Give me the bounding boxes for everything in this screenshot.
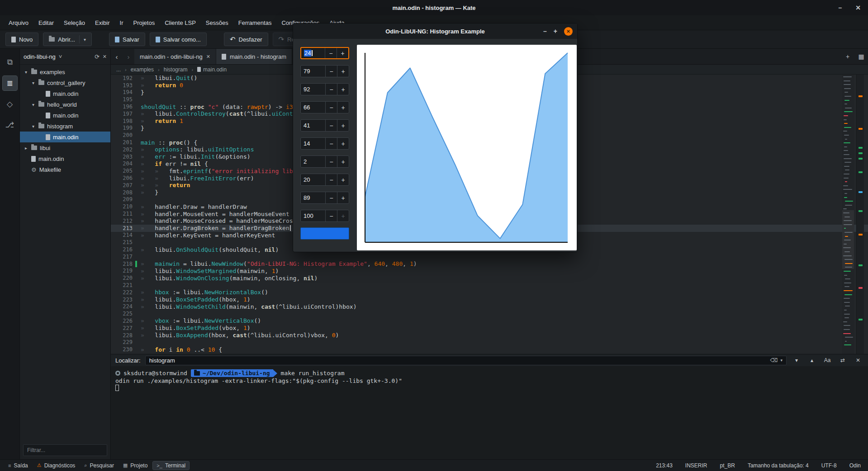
menu-item-arquivo[interactable]: Arquivo [4, 15, 33, 30]
spinbox-5[interactable]: 14−+ [300, 137, 349, 150]
spinbox-value[interactable]: 24 [301, 50, 325, 57]
spin-minus-button[interactable]: − [325, 102, 337, 113]
expander-icon[interactable]: ▾ [31, 102, 36, 107]
project-dropdown-icon[interactable]: ˅ [59, 53, 62, 60]
terminal[interactable]: sksdutra@stormwind~/Dev/odin-libui-ngmak… [111, 366, 868, 459]
tree-item-libui[interactable]: ▸libui [20, 142, 110, 153]
menu-item-cliente-lsp[interactable]: Cliente LSP [160, 15, 201, 30]
spin-minus-button[interactable]: − [325, 48, 337, 58]
minimap-viewport[interactable] [842, 210, 854, 269]
power-search-icon[interactable]: ⇄ [837, 357, 848, 363]
tab-close-icon[interactable]: ✕ [206, 54, 210, 60]
spin-minus-button[interactable]: − [325, 84, 337, 95]
spinbox-2[interactable]: 92−+ [300, 83, 349, 95]
breadcrumb-item[interactable]: ... [116, 66, 121, 73]
spin-plus-button[interactable]: + [337, 120, 349, 131]
statusbar-item-terminal[interactable]: >_Terminal [153, 462, 189, 470]
tab-main-odin-histogram[interactable]: main.odin - histogram [216, 49, 292, 64]
spinbox-9[interactable]: 100−+ [300, 210, 349, 222]
tree-item-control-gallery[interactable]: ▾control_gallery [20, 77, 110, 88]
tree-item-main-odin[interactable]: main.odin [20, 153, 110, 164]
spin-minus-button[interactable]: − [325, 174, 337, 185]
find-input[interactable]: histogram ⌫ ▾ [145, 356, 787, 365]
menu-item-editar[interactable]: Editar [33, 15, 59, 30]
statusbar-field[interactable]: Tamanho da tabulação: 4 [748, 462, 809, 469]
scrollbar-marks[interactable] [856, 75, 864, 354]
new-button[interactable]: Novo [5, 33, 38, 46]
expander-icon[interactable]: ▾ [31, 124, 36, 129]
code-line[interactable]: 223» libui.BoxSetPadded(hbox, 1) [111, 296, 868, 303]
tree-item-main-odin[interactable]: main.odin [20, 110, 110, 121]
code-line[interactable]: 222» hbox := libui.NewHorizontalBox() [111, 289, 868, 296]
spinbox-6[interactable]: 2−+ [300, 155, 349, 168]
spinbox-4[interactable]: 41−+ [300, 119, 349, 132]
menu-item-exibir[interactable]: Exibir [90, 15, 115, 30]
expander-icon[interactable]: ▸ [24, 146, 28, 151]
spinbox-value[interactable]: 92 [301, 86, 325, 93]
match-case-icon[interactable]: Aa [822, 357, 833, 363]
tree-item-examples[interactable]: ▾examples [20, 66, 110, 77]
tree-item-main-odin[interactable]: main.odin [20, 88, 110, 99]
spinbox-value[interactable]: 100 [301, 212, 325, 219]
statusbar-item-diagn-sticos[interactable]: ⚠Diagnósticos [33, 462, 79, 470]
spin-plus-button[interactable]: + [337, 156, 349, 167]
dialog-titlebar[interactable]: Odin-LibUI-NG: Histogram Example – + ✕ [293, 24, 577, 39]
panel-close-icon[interactable]: ✕ [103, 54, 107, 60]
spinbox-value[interactable]: 14 [301, 140, 325, 147]
code-line[interactable]: 221 [111, 282, 868, 289]
new-tab-icon[interactable]: + [841, 49, 854, 64]
close-icon[interactable]: ✕ [855, 4, 861, 11]
spin-minus-button[interactable]: − [325, 138, 337, 149]
spin-plus-button[interactable]: + [337, 102, 349, 113]
clear-icon[interactable]: ⌫ [770, 357, 778, 363]
git-tool-icon[interactable]: ◇ [3, 97, 17, 111]
expander-icon[interactable]: ▾ [31, 80, 36, 85]
tree-item-main-odin[interactable]: main.odin [20, 132, 110, 142]
tree-item-Makefile[interactable]: ⚙Makefile [20, 164, 110, 175]
split-view-icon[interactable]: ▦ [854, 49, 868, 64]
find-close-icon[interactable]: ✕ [853, 357, 863, 363]
code-line[interactable]: 230» for i in 0 ..< 10 { [111, 346, 868, 353]
code-line[interactable]: 218» mainwin = libui.NewWindow("Odin-Lib… [111, 260, 868, 268]
color-button[interactable] [300, 227, 349, 240]
code-line[interactable]: 228» libui.BoxAppend(hbox, cast(^libui.u… [111, 332, 868, 339]
symbols-tool-icon[interactable]: ⎇ [3, 118, 17, 132]
code-line[interactable]: 220» libui.WindowOnClosing(mainwin, onCl… [111, 274, 868, 282]
statusbar-field[interactable]: 213:43 [656, 462, 673, 469]
tab-main-odin-libui[interactable]: main.odin - odin-libui-ng ✕ [134, 49, 216, 64]
spinbox-8[interactable]: 89−+ [300, 192, 349, 204]
menu-item-projetos[interactable]: Projetos [128, 15, 160, 30]
minimap[interactable] [842, 75, 854, 354]
spin-plus-button[interactable]: + [337, 174, 349, 185]
spin-plus-button[interactable]: + [337, 138, 349, 149]
project-tree-tool-icon[interactable]: ≣ [3, 76, 17, 90]
statusbar-item-projeto[interactable]: ▦Projeto [119, 462, 151, 470]
spin-minus-button[interactable]: − [325, 156, 337, 167]
menu-item-sess-es[interactable]: Sessões [201, 15, 233, 30]
history-dropdown-icon[interactable]: ▾ [780, 358, 783, 363]
documents-tool-icon[interactable]: ⧉ [3, 55, 17, 70]
find-next-icon[interactable]: ▾ [791, 357, 802, 363]
spin-minus-button[interactable]: − [325, 192, 337, 203]
open-dropdown-icon[interactable]: ▾ [84, 37, 86, 42]
spin-plus-button[interactable]: + [337, 210, 349, 221]
spinbox-3[interactable]: 66−+ [300, 101, 349, 113]
spin-plus-button[interactable]: + [337, 48, 348, 58]
find-prev-icon[interactable]: ▴ [806, 357, 817, 363]
spin-plus-button[interactable]: + [337, 192, 349, 203]
nav-forward-icon[interactable]: › [123, 49, 134, 64]
open-button[interactable]: Abrir... ▾ [43, 33, 92, 46]
refresh-icon[interactable]: ⟳ [95, 53, 100, 60]
code-line[interactable]: 226» vbox := libui.NewVerticalBox() [111, 317, 868, 325]
spinbox-value[interactable]: 2 [301, 158, 325, 165]
tree-item-histogram[interactable]: ▾histogram [20, 121, 110, 132]
breadcrumb-item[interactable]: main.odin [197, 66, 227, 73]
nav-back-icon[interactable]: ‹ [111, 49, 123, 64]
dialog-maximize-icon[interactable]: + [554, 28, 557, 35]
minimize-icon[interactable]: – [838, 4, 842, 11]
statusbar-field[interactable]: UTF-8 [821, 462, 837, 469]
save-as-button[interactable]: Salvar como... [150, 33, 207, 46]
expander-icon[interactable]: ▾ [24, 70, 28, 75]
statusbar-item-pesquisar[interactable]: ⌕Pesquisar [81, 462, 118, 470]
spinbox-1[interactable]: 79−+ [300, 65, 349, 77]
